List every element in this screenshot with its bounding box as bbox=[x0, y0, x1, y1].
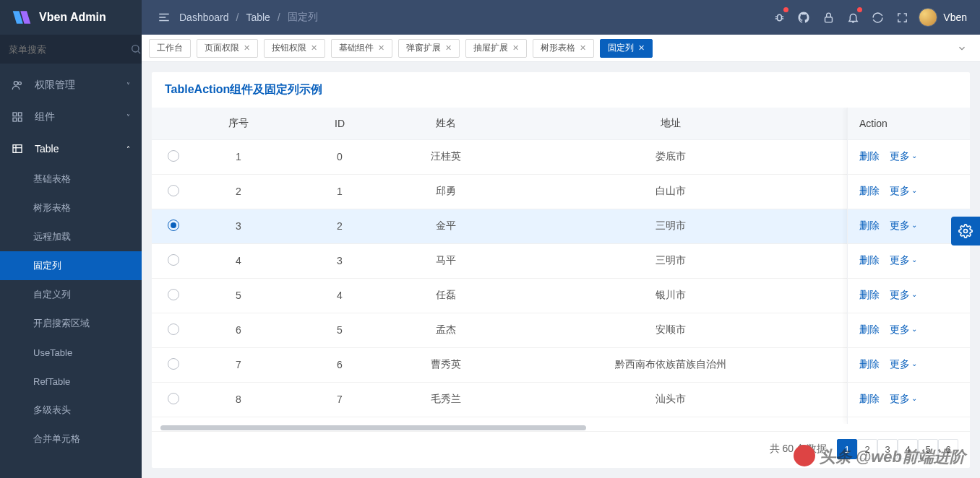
table-row[interactable]: 32金平三明市 bbox=[152, 209, 847, 243]
radio-button[interactable] bbox=[168, 150, 179, 162]
sidebar-subitem[interactable]: 开启搜索区域 bbox=[0, 309, 142, 338]
radio-button[interactable] bbox=[168, 323, 179, 335]
sidebar-subitem[interactable]: UseTable bbox=[0, 338, 142, 367]
more-dropdown[interactable]: 更多⌄ bbox=[890, 393, 917, 404]
page-button[interactable]: 5 bbox=[918, 439, 938, 459]
sidebar-subitem[interactable]: 固定列 bbox=[0, 251, 142, 280]
more-dropdown[interactable]: 更多⌄ bbox=[890, 185, 917, 196]
close-icon[interactable]: ✕ bbox=[445, 43, 452, 53]
radio-button[interactable] bbox=[168, 254, 179, 266]
close-icon[interactable]: ✕ bbox=[580, 43, 586, 53]
tab[interactable]: 页面权限✕ bbox=[197, 39, 258, 58]
cell-addr: 三明市 bbox=[494, 209, 847, 243]
tab[interactable]: 基础组件✕ bbox=[331, 39, 392, 58]
breadcrumb-item[interactable]: Table bbox=[246, 12, 270, 23]
sidebar-item[interactable]: Table˄ bbox=[0, 133, 142, 165]
radio-button[interactable] bbox=[168, 220, 179, 231]
delete-link[interactable]: 删除 bbox=[859, 358, 880, 370]
col-name[interactable]: 姓名 bbox=[397, 108, 494, 139]
table-row[interactable]: 87毛秀兰汕头市 bbox=[152, 382, 847, 417]
tab[interactable]: 按钮权限✕ bbox=[264, 39, 325, 58]
page-button[interactable]: 1 bbox=[837, 439, 857, 459]
table-row[interactable]: 43马平三明市 bbox=[152, 243, 847, 278]
more-dropdown[interactable]: 更多⌄ bbox=[890, 254, 917, 266]
chevron-down-icon: ⌄ bbox=[911, 256, 917, 264]
table-row[interactable]: 76曹秀英黔西南布依族苗族自治州 bbox=[152, 347, 847, 382]
sidebar-subitem[interactable]: 合并单元格 bbox=[0, 425, 142, 453]
chevron-up-icon: ˄ bbox=[126, 145, 130, 153]
user-name[interactable]: Vben bbox=[943, 12, 967, 23]
table-row[interactable]: 21邱勇白山市 bbox=[152, 174, 847, 209]
brand[interactable]: Vben Admin bbox=[0, 0, 142, 35]
avatar[interactable] bbox=[919, 8, 937, 27]
tab[interactable]: 弹窗扩展✕ bbox=[398, 39, 460, 58]
refresh-icon[interactable] bbox=[865, 0, 890, 35]
bell-icon[interactable] bbox=[841, 0, 865, 35]
radio-button[interactable] bbox=[168, 185, 179, 196]
table-row[interactable]: 65孟杰安顺市 bbox=[152, 313, 847, 347]
lock-icon[interactable] bbox=[816, 0, 841, 35]
radio-button[interactable] bbox=[168, 358, 179, 370]
more-dropdown[interactable]: 更多⌄ bbox=[890, 323, 917, 335]
search-icon[interactable] bbox=[130, 43, 142, 55]
close-icon[interactable]: ✕ bbox=[378, 43, 384, 53]
tab[interactable]: 固定列✕ bbox=[600, 39, 653, 58]
sidebar-subitem[interactable]: 多级表头 bbox=[0, 396, 142, 425]
sidebar-subitem[interactable]: 远程加载 bbox=[0, 222, 142, 251]
bug-icon[interactable] bbox=[767, 0, 791, 35]
delete-link[interactable]: 删除 bbox=[859, 323, 880, 335]
menu-toggle-icon[interactable] bbox=[152, 0, 176, 35]
cell-id: 8 bbox=[282, 417, 397, 424]
page-button[interactable]: 4 bbox=[898, 439, 918, 459]
sidebar-item[interactable]: 权限管理˅ bbox=[0, 69, 142, 101]
sidebar-subitem[interactable]: RefTable bbox=[0, 367, 142, 396]
menu-search-input[interactable] bbox=[9, 44, 130, 55]
cell-id: 5 bbox=[282, 313, 397, 347]
delete-link[interactable]: 删除 bbox=[859, 185, 880, 196]
table-row[interactable]: 54任磊银川市 bbox=[152, 278, 847, 313]
col-id[interactable]: ID bbox=[282, 108, 397, 139]
page-button[interactable]: 3 bbox=[877, 439, 898, 459]
tab[interactable]: 工作台 bbox=[149, 39, 191, 58]
tabs-more-icon[interactable] bbox=[951, 43, 973, 53]
menu-search[interactable] bbox=[0, 35, 142, 64]
delete-link[interactable]: 删除 bbox=[859, 289, 880, 300]
table-row[interactable]: 10汪桂英娄底市 bbox=[152, 139, 847, 174]
delete-link[interactable]: 删除 bbox=[859, 150, 880, 162]
more-dropdown[interactable]: 更多⌄ bbox=[890, 150, 917, 162]
page-button[interactable]: 6 bbox=[938, 439, 958, 459]
radio-button[interactable] bbox=[168, 289, 179, 300]
close-icon[interactable]: ✕ bbox=[512, 43, 519, 53]
radio-button[interactable] bbox=[168, 393, 179, 404]
sidebar-subitem[interactable]: 基础表格 bbox=[0, 165, 142, 194]
fullscreen-icon[interactable] bbox=[890, 0, 914, 35]
data-table: 序号 ID 姓名 地址 10汪桂英娄底市21邱勇白山市32金平三明市43马平三明… bbox=[152, 108, 847, 424]
breadcrumb-item[interactable]: Dashboard bbox=[179, 12, 229, 23]
more-dropdown[interactable]: 更多⌄ bbox=[890, 220, 917, 231]
delete-link[interactable]: 删除 bbox=[859, 220, 880, 231]
chevron-down-icon: ⌄ bbox=[911, 360, 917, 368]
close-icon[interactable]: ✕ bbox=[244, 43, 250, 53]
sidebar-item-label: 多级表头 bbox=[33, 404, 130, 417]
more-dropdown[interactable]: 更多⌄ bbox=[890, 358, 917, 370]
cell-seq: 9 bbox=[195, 417, 282, 424]
tab[interactable]: 抽屉扩展✕ bbox=[465, 39, 527, 58]
github-icon[interactable] bbox=[791, 0, 816, 35]
svg-rect-5 bbox=[18, 113, 22, 116]
more-dropdown[interactable]: 更多⌄ bbox=[890, 289, 917, 300]
page-button[interactable]: 2 bbox=[857, 439, 877, 459]
sidebar-item[interactable]: 组件˅ bbox=[0, 101, 142, 133]
col-seq[interactable]: 序号 bbox=[195, 108, 282, 139]
close-icon[interactable]: ✕ bbox=[638, 43, 645, 53]
col-addr[interactable]: 地址 bbox=[494, 108, 847, 139]
settings-gear-icon[interactable] bbox=[951, 217, 980, 245]
table-row[interactable]: 98黄超衢州市 bbox=[152, 417, 847, 424]
tab[interactable]: 树形表格✕ bbox=[533, 39, 594, 58]
delete-link[interactable]: 删除 bbox=[859, 393, 880, 404]
close-icon[interactable]: ✕ bbox=[311, 43, 317, 53]
sidebar-item-label: 树形表格 bbox=[33, 201, 130, 214]
sidebar-subitem[interactable]: 树形表格 bbox=[0, 194, 142, 222]
horizontal-scrollbar[interactable] bbox=[160, 424, 847, 431]
sidebar-subitem[interactable]: 自定义列 bbox=[0, 280, 142, 309]
delete-link[interactable]: 删除 bbox=[859, 254, 880, 266]
